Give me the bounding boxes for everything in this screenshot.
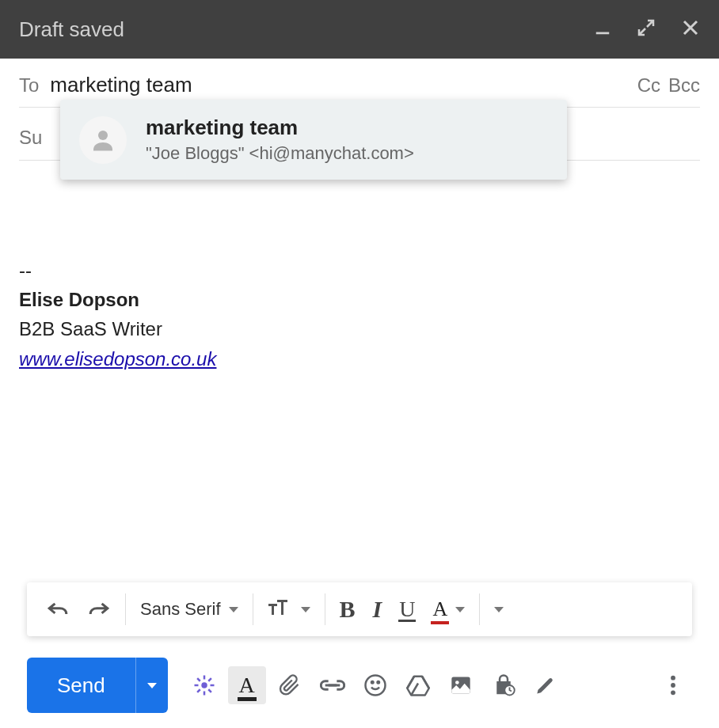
send-options-button[interactable] — [135, 658, 168, 713]
bcc-button[interactable]: Bcc — [668, 74, 700, 97]
close-icon[interactable] — [681, 18, 700, 40]
autocomplete-item[interactable]: marketing team "Joe Bloggs" <hi@manychat… — [60, 100, 567, 180]
svg-point-18 — [671, 683, 675, 688]
to-label: To — [19, 74, 39, 97]
attach-file-icon[interactable] — [271, 666, 309, 704]
signature-link[interactable]: www.elisedopson.co.uk — [19, 348, 216, 370]
avatar-icon — [79, 116, 127, 164]
fullscreen-icon[interactable] — [637, 18, 656, 40]
chevron-down-icon — [301, 607, 310, 612]
svg-rect-0 — [596, 32, 610, 35]
compose-action-bar: Send A — [27, 654, 692, 717]
chevron-down-icon — [494, 607, 504, 612]
svg-point-17 — [671, 676, 675, 681]
autocomplete-detail: "Joe Bloggs" <hi@manychat.com> — [146, 143, 414, 164]
minimize-icon[interactable] — [594, 19, 611, 40]
window-controls — [594, 18, 700, 40]
to-input[interactable]: marketing team — [50, 73, 637, 97]
insert-drive-icon[interactable] — [399, 666, 437, 704]
svg-line-9 — [197, 689, 200, 692]
italic-button[interactable]: I — [365, 590, 390, 628]
bold-button[interactable]: B — [332, 590, 363, 628]
signature-name: Elise Dopson — [19, 285, 700, 314]
redo-button[interactable] — [79, 590, 119, 628]
formatting-toolbar: Sans Serif B I U A — [27, 582, 692, 636]
underline-button[interactable]: U — [391, 590, 423, 628]
insert-emoji-icon[interactable] — [356, 666, 394, 704]
svg-point-15 — [455, 681, 459, 684]
svg-line-8 — [208, 689, 211, 692]
insert-link-icon[interactable] — [314, 666, 352, 704]
contact-autocomplete-popup: marketing team "Joe Bloggs" <hi@manychat… — [60, 100, 567, 180]
undo-button[interactable] — [38, 590, 78, 628]
subject-label: Su — [19, 127, 42, 149]
signature-separator: -- — [19, 256, 700, 285]
insert-signature-icon[interactable] — [527, 666, 565, 704]
cc-button[interactable]: Cc — [637, 74, 660, 97]
svg-point-13 — [377, 681, 379, 684]
autocomplete-name: marketing team — [146, 116, 414, 140]
svg-point-1 — [98, 131, 108, 140]
svg-point-12 — [371, 681, 374, 684]
svg-point-11 — [365, 676, 385, 696]
svg-point-19 — [671, 690, 675, 695]
confidential-mode-icon[interactable] — [485, 666, 523, 704]
compose-body: To marketing team Cc Bcc Su marketing te… — [0, 59, 719, 373]
text-formatting-icon[interactable]: A — [228, 666, 266, 704]
svg-line-7 — [197, 678, 200, 681]
font-family-select[interactable]: Sans Serif — [132, 599, 246, 620]
text-color-button[interactable]: A — [424, 590, 473, 628]
email-body[interactable]: -- Elise Dopson B2B SaaS Writer www.elis… — [19, 256, 700, 373]
svg-point-2 — [201, 682, 207, 688]
font-size-button[interactable] — [260, 590, 318, 628]
svg-line-10 — [208, 678, 211, 681]
chevron-down-icon — [229, 607, 238, 612]
insert-photo-icon[interactable] — [442, 666, 480, 704]
compose-titlebar: Draft saved — [0, 0, 719, 59]
send-button[interactable]: Send — [27, 658, 135, 713]
send-button-group: Send — [27, 658, 168, 713]
signature-role: B2B SaaS Writer — [19, 314, 700, 343]
chevron-down-icon — [455, 607, 465, 612]
more-options-icon[interactable] — [654, 666, 692, 704]
more-formatting-button[interactable] — [486, 590, 512, 628]
compose-title: Draft saved — [19, 17, 124, 42]
formatting-options-icon[interactable] — [185, 666, 223, 704]
